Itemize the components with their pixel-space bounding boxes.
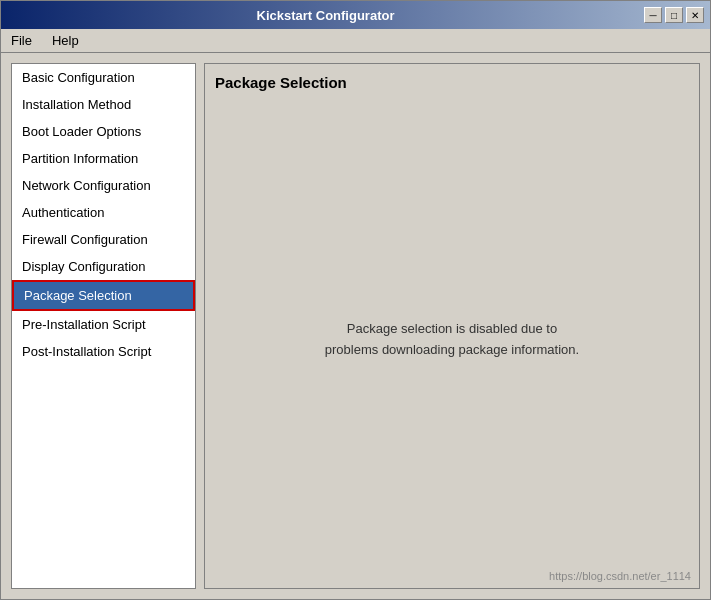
sidebar-item-boot-loader-options[interactable]: Boot Loader Options xyxy=(12,118,195,145)
menu-bar: File Help xyxy=(1,29,710,53)
maximize-button[interactable]: □ xyxy=(665,7,683,23)
sidebar-item-display-configuration[interactable]: Display Configuration xyxy=(12,253,195,280)
window-title: Kickstart Configurator xyxy=(7,8,644,23)
sidebar-item-package-selection[interactable]: Package Selection xyxy=(12,280,195,311)
menu-help[interactable]: Help xyxy=(46,31,85,50)
sidebar-item-post-installation-script[interactable]: Post-Installation Script xyxy=(12,338,195,365)
sidebar-item-partition-information[interactable]: Partition Information xyxy=(12,145,195,172)
minimize-button[interactable]: ─ xyxy=(644,7,662,23)
menu-file[interactable]: File xyxy=(5,31,38,50)
sidebar: Basic ConfigurationInstallation MethodBo… xyxy=(11,63,196,589)
sidebar-item-installation-method[interactable]: Installation Method xyxy=(12,91,195,118)
main-panel: Package Selection Package selection is d… xyxy=(204,63,700,589)
sidebar-item-authentication[interactable]: Authentication xyxy=(12,199,195,226)
disabled-message: Package selection is disabled due to pro… xyxy=(325,319,579,361)
title-bar: Kickstart Configurator ─ □ ✕ xyxy=(1,1,710,29)
disabled-message-line2: problems downloading package information… xyxy=(325,342,579,357)
sidebar-item-network-configuration[interactable]: Network Configuration xyxy=(12,172,195,199)
sidebar-item-pre-installation-script[interactable]: Pre-Installation Script xyxy=(12,311,195,338)
sidebar-item-basic-configuration[interactable]: Basic Configuration xyxy=(12,64,195,91)
sidebar-item-firewall-configuration[interactable]: Firewall Configuration xyxy=(12,226,195,253)
disabled-message-line1: Package selection is disabled due to xyxy=(347,321,557,336)
main-window: Kickstart Configurator ─ □ ✕ File Help B… xyxy=(0,0,711,600)
close-button[interactable]: ✕ xyxy=(686,7,704,23)
watermark: https://blog.csdn.net/er_1114 xyxy=(549,570,691,582)
panel-body: Package selection is disabled due to pro… xyxy=(215,101,689,578)
window-controls: ─ □ ✕ xyxy=(644,7,704,23)
panel-title: Package Selection xyxy=(215,74,689,91)
content-area: Basic ConfigurationInstallation MethodBo… xyxy=(1,53,710,599)
